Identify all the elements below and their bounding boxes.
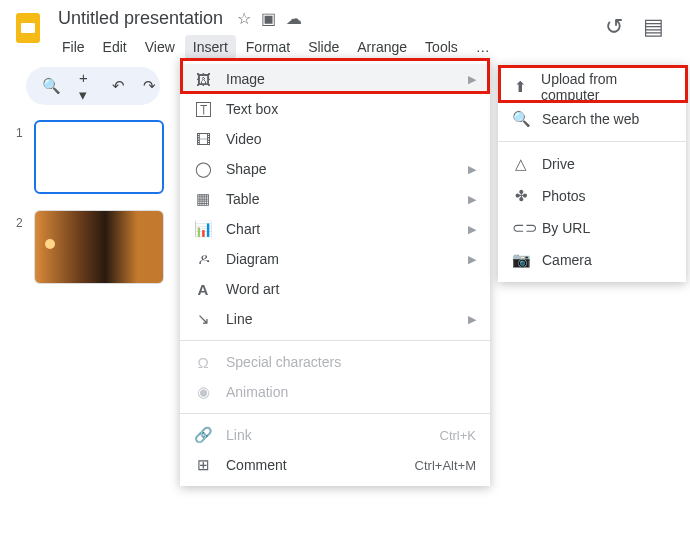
undo-button[interactable]: ↶ <box>106 73 131 99</box>
insert-special-chars: ΩSpecial characters <box>180 347 490 377</box>
camera-icon: 📷 <box>512 251 530 269</box>
drive-icon: △ <box>512 155 530 173</box>
chevron-right-icon: ▶ <box>468 73 476 86</box>
menu-edit[interactable]: Edit <box>95 35 135 59</box>
search-button[interactable]: 🔍 <box>36 73 67 99</box>
insert-link: 🔗LinkCtrl+K <box>180 420 490 450</box>
link-icon: 🔗 <box>194 426 212 444</box>
diagram-icon: ዶ <box>194 250 212 268</box>
menu-tools[interactable]: Tools <box>417 35 466 59</box>
search-icon: 🔍 <box>512 110 530 128</box>
insert-video[interactable]: 🎞Video <box>180 124 490 154</box>
star-icon[interactable]: ☆ <box>237 9 251 28</box>
comments-icon[interactable]: ▤ <box>643 14 664 40</box>
wordart-icon: A <box>194 281 212 298</box>
redo-button[interactable]: ↷ <box>137 73 162 99</box>
upload-from-computer[interactable]: ⬆Upload from computer <box>498 71 686 103</box>
svg-rect-1 <box>21 23 35 33</box>
video-icon: 🎞 <box>194 131 212 148</box>
chevron-right-icon: ▶ <box>468 313 476 326</box>
toolbar: 🔍 + ▾ ↶ ↷ <box>26 67 160 105</box>
slides-logo[interactable] <box>10 10 46 46</box>
menu-separator <box>498 141 686 142</box>
by-url[interactable]: ⊂⊃By URL <box>498 212 686 244</box>
insert-image[interactable]: 🖼Image▶ <box>180 64 490 94</box>
insert-line[interactable]: ↘Line▶ <box>180 304 490 334</box>
textbox-icon: 🅃 <box>194 101 212 118</box>
insert-table[interactable]: ▦Table▶ <box>180 184 490 214</box>
menu-more[interactable]: … <box>468 35 498 59</box>
slide-thumbnail-2[interactable] <box>34 210 164 284</box>
slide-number: 2 <box>16 210 26 230</box>
table-icon: ▦ <box>194 190 212 208</box>
image-submenu: ⬆Upload from computer 🔍Search the web △D… <box>498 65 686 282</box>
chevron-right-icon: ▶ <box>468 193 476 206</box>
search-the-web[interactable]: 🔍Search the web <box>498 103 686 135</box>
chart-icon: 📊 <box>194 220 212 238</box>
insert-shape[interactable]: ◯Shape▶ <box>180 154 490 184</box>
insert-animation: ◉Animation <box>180 377 490 407</box>
chevron-right-icon: ▶ <box>468 223 476 236</box>
url-icon: ⊂⊃ <box>512 219 530 237</box>
omega-icon: Ω <box>194 354 212 371</box>
shape-icon: ◯ <box>194 160 212 178</box>
menubar: File Edit View Insert Format Slide Arran… <box>54 35 605 59</box>
chevron-right-icon: ▶ <box>468 163 476 176</box>
menu-slide[interactable]: Slide <box>300 35 347 59</box>
slide-thumbnail-1[interactable] <box>34 120 164 194</box>
insert-diagram[interactable]: ዶDiagram▶ <box>180 244 490 274</box>
upload-icon: ⬆ <box>512 78 529 96</box>
cloud-icon[interactable]: ☁ <box>286 9 302 28</box>
chevron-right-icon: ▶ <box>468 253 476 266</box>
history-icon[interactable]: ↺ <box>605 14 623 40</box>
menu-view[interactable]: View <box>137 35 183 59</box>
menu-separator <box>180 413 490 414</box>
slide-number: 1 <box>16 120 26 140</box>
header: Untitled presentation ☆ ▣ ☁ File Edit Vi… <box>0 0 690 59</box>
comment-icon: ⊞ <box>194 456 212 474</box>
menu-format[interactable]: Format <box>238 35 298 59</box>
image-icon: 🖼 <box>194 71 212 88</box>
from-photos[interactable]: ✤Photos <box>498 180 686 212</box>
line-icon: ↘ <box>194 310 212 328</box>
document-title[interactable]: Untitled presentation <box>54 6 227 31</box>
from-camera[interactable]: 📷Camera <box>498 244 686 276</box>
menu-arrange[interactable]: Arrange <box>349 35 415 59</box>
move-icon[interactable]: ▣ <box>261 9 276 28</box>
from-drive[interactable]: △Drive <box>498 148 686 180</box>
insert-comment[interactable]: ⊞CommentCtrl+Alt+M <box>180 450 490 480</box>
slides-panel: 1 2 <box>16 120 164 300</box>
menu-insert[interactable]: Insert <box>185 35 236 59</box>
insert-chart[interactable]: 📊Chart▶ <box>180 214 490 244</box>
photos-icon: ✤ <box>512 187 530 205</box>
new-slide-button[interactable]: + ▾ <box>73 65 94 108</box>
insert-menu: 🖼Image▶ 🅃Text box 🎞Video ◯Shape▶ ▦Table▶… <box>180 58 490 486</box>
menu-separator <box>180 340 490 341</box>
insert-wordart[interactable]: AWord art <box>180 274 490 304</box>
insert-textbox[interactable]: 🅃Text box <box>180 94 490 124</box>
title-area: Untitled presentation ☆ ▣ ☁ File Edit Vi… <box>54 6 605 59</box>
animation-icon: ◉ <box>194 383 212 401</box>
menu-file[interactable]: File <box>54 35 93 59</box>
